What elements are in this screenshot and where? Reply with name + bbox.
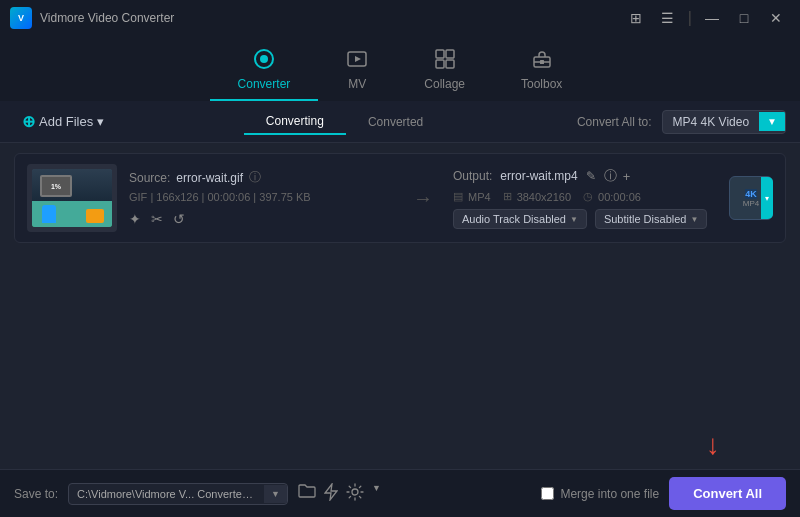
output-resolution-meta: ⊞ 3840x2160 [503, 190, 571, 203]
file-thumbnail: 1% [27, 164, 117, 232]
output-duration-meta: ◷ 00:00:06 [583, 190, 641, 203]
add-files-button[interactable]: ⊕ Add Files ▾ [14, 108, 112, 135]
convert-all-button[interactable]: Convert All [669, 477, 786, 510]
red-arrow-indicator: ↓ [706, 431, 720, 459]
app-title: Vidmore Video Converter [40, 11, 174, 25]
svg-point-10 [352, 489, 358, 495]
mv-icon [346, 48, 368, 73]
file-source-info: Source: error-wait.gif ⓘ GIF | 166x126 |… [129, 169, 393, 227]
subtitle-label: Subtitle Disabled [604, 213, 687, 225]
menu-button[interactable]: ☰ [654, 8, 682, 28]
close-button[interactable]: ✕ [762, 8, 790, 28]
svg-rect-6 [446, 60, 454, 68]
main-content: 1% Source: error-wait.gif ⓘ GIF | 166x12… [0, 143, 800, 253]
nav-tabs: Converter MV Collage [0, 36, 800, 101]
title-bar-controls: ⊞ ☰ | — □ ✕ [622, 8, 790, 28]
file-meta: GIF | 166x126 | 00:00:06 | 397.75 KB [129, 191, 393, 203]
output-duration: 00:00:06 [598, 191, 641, 203]
settings-icon[interactable] [346, 483, 364, 505]
app-logo: V [10, 7, 32, 29]
source-info-icon[interactable]: ⓘ [249, 169, 261, 186]
output-add-icon[interactable]: + [623, 169, 631, 184]
cut-icon[interactable]: ✂ [151, 211, 163, 227]
output-row3: Audio Track Disabled ▼ Subtitle Disabled… [453, 209, 717, 229]
plus-icon: ⊕ [22, 112, 35, 131]
format-select-arrow: ▼ [759, 112, 785, 131]
duration-meta-icon: ◷ [583, 190, 593, 203]
badge-mp4-label: MP4 [743, 199, 759, 208]
maximize-button[interactable]: □ [730, 8, 758, 28]
output-info: Output: error-wait.mp4 ✎ ⓘ + ▤ MP4 ⊞ 384… [453, 167, 717, 229]
settings-arrow[interactable]: ▼ [372, 483, 381, 505]
add-files-arrow: ▾ [97, 114, 104, 129]
svg-point-1 [260, 55, 268, 63]
merge-checkbox[interactable] [541, 487, 554, 500]
merge-checkbox-group: Merge into one file [541, 487, 659, 501]
title-bar: V Vidmore Video Converter ⊞ ☰ | — □ ✕ [0, 0, 800, 36]
svg-rect-5 [436, 60, 444, 68]
grid-button[interactable]: ⊞ [622, 8, 650, 28]
flash-icon[interactable] [324, 483, 338, 505]
subtitle-arrow: ▼ [690, 215, 698, 224]
output-label: Output: [453, 169, 492, 183]
converted-tab[interactable]: Converted [346, 109, 445, 135]
resolution-meta-icon: ⊞ [503, 190, 512, 203]
tab-toolbox-label: Toolbox [521, 77, 562, 91]
edit-filename-icon[interactable]: ✎ [586, 169, 596, 183]
save-path-text: C:\Vidmore\Vidmore V... Converter\Conver… [69, 484, 264, 504]
output-icons-row: ⓘ + [604, 167, 631, 185]
toolbar-tabs: Converting Converted [122, 109, 567, 135]
source-filename: error-wait.gif [176, 171, 243, 185]
tab-converter[interactable]: Converter [210, 42, 319, 101]
format-selected-text: MP4 4K Video [663, 111, 760, 133]
tab-mv[interactable]: MV [318, 42, 396, 101]
separator: | [688, 9, 692, 27]
folder-icon[interactable] [298, 483, 316, 505]
file-actions: ✦ ✂ ↺ [129, 211, 393, 227]
tab-mv-label: MV [348, 77, 366, 91]
tab-collage[interactable]: Collage [396, 42, 493, 101]
bottom-bar: Save to: C:\Vidmore\Vidmore V... Convert… [0, 469, 800, 517]
file-item: 1% Source: error-wait.gif ⓘ GIF | 166x12… [14, 153, 786, 243]
format-meta-icon: ▤ [453, 190, 463, 203]
toolbox-icon [531, 48, 553, 73]
save-to-label: Save to: [14, 487, 58, 501]
output-row2: ▤ MP4 ⊞ 3840x2160 ◷ 00:00:06 [453, 190, 717, 203]
source-label: Source: [129, 171, 170, 185]
save-path-select[interactable]: C:\Vidmore\Vidmore V... Converter\Conver… [68, 483, 288, 505]
svg-rect-3 [436, 50, 444, 58]
badge-4k-label: 4K [745, 189, 757, 199]
badge-dropdown-arrow[interactable]: ▾ [761, 177, 773, 219]
audio-track-arrow: ▼ [570, 215, 578, 224]
rotate-icon[interactable]: ↺ [173, 211, 185, 227]
convert-arrow: → [413, 187, 433, 210]
title-bar-left: V Vidmore Video Converter [10, 7, 174, 29]
output-resolution: 3840x2160 [517, 191, 571, 203]
format-badge[interactable]: 4K MP4 ▾ [729, 176, 773, 220]
output-row1: Output: error-wait.mp4 ✎ ⓘ + [453, 167, 717, 185]
converter-icon [253, 48, 275, 73]
converting-tab[interactable]: Converting [244, 109, 346, 135]
format-select-dropdown[interactable]: MP4 4K Video ▼ [662, 110, 786, 134]
save-path-arrow[interactable]: ▼ [264, 485, 287, 503]
toolbar: ⊕ Add Files ▾ Converting Converted Conve… [0, 101, 800, 143]
output-info-icon[interactable]: ⓘ [604, 167, 617, 185]
tab-converter-label: Converter [238, 77, 291, 91]
merge-label: Merge into one file [560, 487, 659, 501]
tab-toolbox[interactable]: Toolbox [493, 42, 590, 101]
tab-collage-label: Collage [424, 77, 465, 91]
output-filename: error-wait.mp4 [500, 169, 577, 183]
source-row: Source: error-wait.gif ⓘ [129, 169, 393, 186]
minimize-button[interactable]: — [698, 8, 726, 28]
svg-rect-4 [446, 50, 454, 58]
convert-all-to-label: Convert All to: [577, 115, 652, 129]
output-format: MP4 [468, 191, 491, 203]
audio-track-dropdown[interactable]: Audio Track Disabled ▼ [453, 209, 587, 229]
subtitle-dropdown[interactable]: Subtitle Disabled ▼ [595, 209, 707, 229]
collage-icon [434, 48, 456, 73]
audio-track-label: Audio Track Disabled [462, 213, 566, 225]
effects-icon[interactable]: ✦ [129, 211, 141, 227]
add-files-label: Add Files [39, 114, 93, 129]
output-format-meta: ▤ MP4 [453, 190, 491, 203]
file-right-controls: 4K MP4 ▾ [729, 176, 773, 220]
